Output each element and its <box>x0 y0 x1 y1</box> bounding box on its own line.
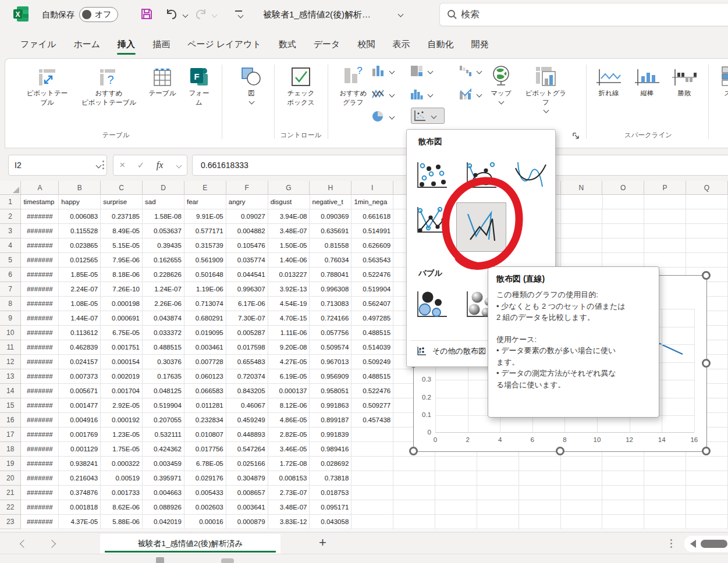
grid-cell[interactable]: 0.509574 <box>310 340 351 355</box>
grid-cell[interactable]: 0.024157 <box>59 355 101 369</box>
chart-resize-handle[interactable] <box>702 447 711 455</box>
title-chevron-icon[interactable] <box>398 12 404 17</box>
pivot-chart-button[interactable]: ピボットグラフ <box>522 62 570 112</box>
recommended-pivot-button[interactable]: ? おすすめ ピボットテーブル <box>76 62 141 107</box>
row-header[interactable]: 13 <box>0 369 21 384</box>
grid-cell[interactable] <box>561 238 603 253</box>
ribbon-tab[interactable]: 校閲 <box>349 35 383 54</box>
row-header[interactable]: 10 <box>0 326 21 340</box>
save-icon[interactable] <box>140 7 154 21</box>
grid-cell[interactable]: ####### <box>21 500 59 515</box>
grid-cell[interactable]: 4.54E-19 <box>268 297 310 311</box>
grid-cell[interactable]: 0.053637 <box>143 224 184 238</box>
scrollbar-thumb[interactable] <box>701 540 727 548</box>
grid-cell[interactable]: 2.24E-07 <box>59 282 101 297</box>
grid-cell[interactable]: 0.991863 <box>310 398 351 413</box>
grid-cell[interactable]: 0.713083 <box>310 297 351 311</box>
ribbon-tab[interactable]: 自動化 <box>418 35 462 54</box>
grid-cell[interactable]: 0.113612 <box>59 326 101 340</box>
grid-cell[interactable]: 0.001751 <box>101 340 143 355</box>
grid-cell[interactable] <box>686 457 728 471</box>
grid-cell[interactable]: 0.002019 <box>101 369 143 384</box>
grid-cell[interactable]: 0.626609 <box>351 238 393 253</box>
grid-cell[interactable] <box>644 457 686 471</box>
grid-cell[interactable] <box>602 486 644 500</box>
grid-cell[interactable] <box>477 457 519 471</box>
grid-cell[interactable] <box>602 209 644 224</box>
grid-cell[interactable]: 0.007373 <box>59 369 101 384</box>
grid-cell[interactable]: 0.488515 <box>351 326 393 340</box>
grid-cell[interactable]: ####### <box>21 282 59 297</box>
row-header[interactable]: 7 <box>0 282 21 297</box>
column-header[interactable]: N <box>561 181 603 195</box>
grid-cell[interactable]: ####### <box>21 355 59 369</box>
grid-cell[interactable] <box>561 457 603 471</box>
column-chart-button[interactable] <box>370 63 396 79</box>
grid-cell[interactable]: 3.48E-07 <box>268 224 310 238</box>
grid-cell[interactable]: 3.48E-07 <box>268 500 310 515</box>
sparkline-line-button[interactable]: 折れ線 <box>592 62 626 98</box>
ribbon-tab[interactable]: ホーム <box>65 35 109 54</box>
grid-cell[interactable]: 4.86E-05 <box>268 413 310 427</box>
grid-cell[interactable]: ####### <box>21 268 59 282</box>
undo-chevron-icon[interactable] <box>183 12 189 18</box>
grid-cell[interactable]: 3.94E-08 <box>268 209 310 224</box>
grid-cell[interactable] <box>644 500 686 515</box>
grid-cell[interactable]: 0.547264 <box>226 442 268 457</box>
grid-cell[interactable]: 0.237185 <box>101 209 143 224</box>
grid-cell[interactable]: 0.088926 <box>143 500 184 515</box>
grid-cell[interactable]: ####### <box>21 311 59 326</box>
row-header[interactable]: 9 <box>0 311 21 326</box>
grid-cell[interactable] <box>351 457 393 471</box>
column-header[interactable]: A <box>21 181 59 195</box>
grid-cell[interactable]: 6.75E-05 <box>101 326 143 340</box>
grid-cell[interactable] <box>435 457 477 471</box>
grid-cell[interactable]: 0.958051 <box>310 384 351 398</box>
grid-cell[interactable] <box>561 195 603 209</box>
row-header[interactable]: 16 <box>0 413 21 427</box>
grid-cell[interactable]: 0.501648 <box>184 268 226 282</box>
grid-cell[interactable] <box>351 486 393 500</box>
grid-cell[interactable] <box>435 500 477 515</box>
ribbon-tab[interactable]: ファイル <box>12 35 65 54</box>
grid-cell[interactable] <box>561 253 603 268</box>
grid-cell[interactable]: 0.991839 <box>310 427 351 442</box>
ribbon-tab[interactable]: 開発 <box>462 35 497 54</box>
grid-cell[interactable]: 0.008657 <box>226 486 268 500</box>
grid-cell[interactable]: 0.017756 <box>184 442 226 457</box>
grid-cell[interactable]: 3.92E-13 <box>268 282 310 297</box>
grid-cell[interactable]: 0.018753 <box>310 486 351 500</box>
grid-cell[interactable]: 0.462839 <box>59 340 101 355</box>
grid-cell[interactable]: ####### <box>21 238 59 253</box>
grid-cell[interactable] <box>644 515 686 529</box>
grid-cell[interactable] <box>561 515 603 529</box>
grid-cell[interactable]: 0.00519 <box>101 471 143 486</box>
grid-cell[interactable] <box>519 500 561 515</box>
grid-cell[interactable]: 0.30376 <box>143 355 184 369</box>
grid-cell[interactable]: 0.424362 <box>143 442 184 457</box>
grid-cell[interactable]: 0.003459 <box>143 457 184 471</box>
grid-cell[interactable]: 0.001129 <box>59 442 101 457</box>
customize-toolbar-chevron-icon[interactable] <box>238 13 244 19</box>
grid-cell[interactable]: 0.562407 <box>351 297 393 311</box>
table-button[interactable]: テーブル <box>144 62 181 98</box>
grid-cell[interactable]: 0.000691 <box>101 311 143 326</box>
grid-cell[interactable]: 0.005671 <box>59 384 101 398</box>
grid-cell[interactable]: negative_t <box>310 195 352 209</box>
sparkline-winloss-button[interactable]: 勝敗 <box>669 62 700 98</box>
grid-cell[interactable]: ####### <box>21 442 59 457</box>
grid-cell[interactable]: 0.000322 <box>101 457 143 471</box>
grid-cell[interactable]: 0.000154 <box>101 355 143 369</box>
more-scatter-charts-item[interactable]: その他の散布図 <box>416 346 486 357</box>
checkbox-button[interactable]: チェック ボックス <box>282 62 319 107</box>
grid-cell[interactable]: 0.006083 <box>59 209 101 224</box>
grid-cell[interactable]: 0.162655 <box>143 253 184 268</box>
grid-cell[interactable]: 0.76034 <box>310 253 351 268</box>
grid-cell[interactable]: 0.000192 <box>101 413 143 427</box>
grid-cell[interactable]: ####### <box>21 413 59 427</box>
grid-cell[interactable] <box>393 500 435 515</box>
grid-cell[interactable]: 0.497285 <box>351 311 393 326</box>
grid-cell[interactable]: 0.967013 <box>310 355 351 369</box>
grid-cell[interactable] <box>686 195 728 209</box>
grid-cell[interactable] <box>519 471 561 486</box>
